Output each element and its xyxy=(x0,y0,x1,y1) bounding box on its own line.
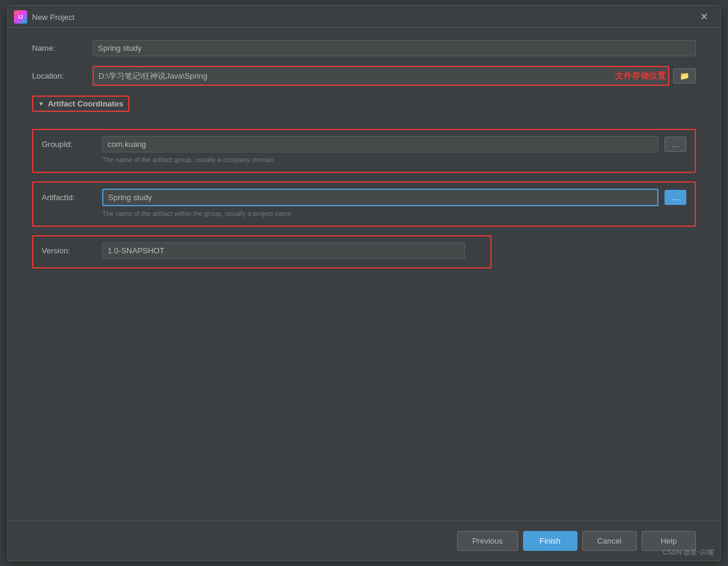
name-input[interactable] xyxy=(93,40,696,56)
name-row: Name: xyxy=(32,40,696,56)
dialog-footer: Previous Finish Cancel Help xyxy=(8,521,720,561)
previous-button[interactable]: Previous xyxy=(457,531,518,551)
artifactid-section: ArtifactId: … The name of the artifact w… xyxy=(32,181,696,227)
finish-button[interactable]: Finish xyxy=(523,531,577,551)
groupid-section: GroupId: … The name of the artifact grou… xyxy=(32,129,696,173)
close-button[interactable]: ✕ xyxy=(697,11,712,23)
watermark: CSDN @星~闪耀 xyxy=(663,548,714,557)
folder-icon: 📁 xyxy=(680,71,689,80)
name-input-wrap xyxy=(93,40,696,56)
version-input[interactable] xyxy=(102,242,465,259)
location-annotation: 文件存储位置 xyxy=(615,71,666,82)
version-row: Version: xyxy=(42,242,482,259)
artifactid-label: ArtifactId: xyxy=(42,193,96,202)
artifactid-hint: The name of the artifact within the grou… xyxy=(42,210,686,217)
location-label: Location: xyxy=(32,71,93,80)
chevron-icon: ▼ xyxy=(38,100,44,107)
title-bar: IJ New Project ✕ xyxy=(8,5,720,28)
groupid-row: GroupId: … xyxy=(42,136,686,152)
groupid-input[interactable] xyxy=(102,136,658,152)
dialog-content: Name: Location: 文件存储位置 📁 ▼ Artifact Coor… xyxy=(8,28,720,521)
location-wrap: 文件存储位置 xyxy=(93,66,669,86)
cancel-button[interactable]: Cancel xyxy=(582,531,637,551)
artifactid-input[interactable] xyxy=(102,189,658,206)
title-bar-left: IJ New Project xyxy=(14,10,74,24)
groupid-browse-button[interactable]: … xyxy=(665,137,686,152)
version-label: Version: xyxy=(42,246,96,255)
groupid-hint: The name of the artifact group, usually … xyxy=(42,156,686,163)
location-input[interactable] xyxy=(94,68,611,83)
artifact-section-label: Artifact Coordinates xyxy=(48,99,123,108)
intellij-logo: IJ xyxy=(14,10,27,24)
artifactid-row: ArtifactId: … xyxy=(42,189,686,206)
artifact-header[interactable]: ▼ Artifact Coordinates xyxy=(32,96,129,112)
dialog-title: New Project xyxy=(32,13,74,22)
version-section: Version: xyxy=(32,235,492,268)
name-label: Name: xyxy=(32,44,93,53)
app-icon: IJ xyxy=(14,10,27,24)
artifact-section: ▼ Artifact Coordinates GroupId: … The na… xyxy=(32,96,696,268)
folder-button[interactable]: 📁 xyxy=(673,68,696,83)
location-row: Location: 文件存储位置 📁 xyxy=(32,66,696,86)
new-project-dialog: IJ New Project ✕ Name: Location: 文件存储位置 … xyxy=(7,5,721,561)
artifactid-browse-button[interactable]: … xyxy=(665,190,686,205)
groupid-label: GroupId: xyxy=(42,140,96,149)
